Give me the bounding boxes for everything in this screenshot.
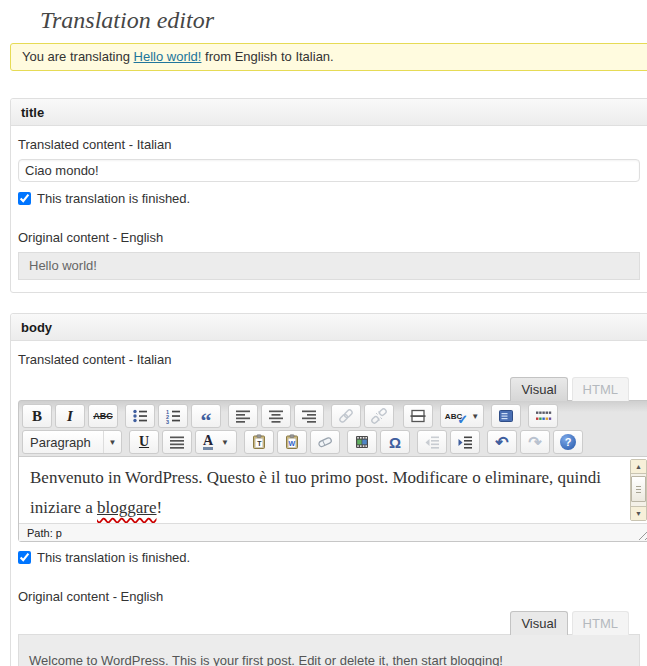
section-body-content: Translated content - Italian Visual HTML… <box>11 341 647 666</box>
body-finished-checkbox[interactable] <box>18 551 31 564</box>
more-tag-icon <box>410 408 426 424</box>
undo-button[interactable]: ↶ <box>487 430 517 454</box>
scroll-down-button[interactable]: ▼ <box>631 506 646 520</box>
scrollbar-track[interactable] <box>631 474 646 506</box>
format-select[interactable]: Paragraph ▼ <box>22 430 122 454</box>
align-center-icon <box>268 408 284 424</box>
notice-bar: You are translating Hello world! from En… <box>10 43 647 71</box>
original-tab-visual[interactable]: Visual <box>510 611 567 635</box>
help-icon: ? <box>560 434 576 450</box>
special-character-button[interactable]: Ω <box>380 430 410 454</box>
unlink-button[interactable] <box>364 404 394 428</box>
align-left-button[interactable] <box>228 404 258 428</box>
spellcheck-dropdown-icon: ▼ <box>471 412 479 421</box>
spellcheck-button[interactable]: ABC✓ ▼ <box>440 404 484 428</box>
svg-text:T: T <box>257 440 262 447</box>
editor-content[interactable]: Benvenuto in WordPress. Questo è il tuo … <box>19 456 647 523</box>
path-label: Path: p <box>27 527 62 539</box>
align-right-button[interactable] <box>294 404 324 428</box>
numbered-list-icon: 1 2 3 <box>165 408 181 424</box>
body-finished-row[interactable]: This translation is finished. <box>18 550 647 565</box>
paste-as-text-button[interactable]: T <box>244 430 274 454</box>
paste-from-word-button[interactable]: W <box>277 430 307 454</box>
align-justify-icon <box>169 434 185 450</box>
align-center-button[interactable] <box>261 404 291 428</box>
section-title-header: title <box>11 99 647 126</box>
body-original-box: Welcome to WordPress. This is your first… <box>18 634 640 666</box>
section-title: title Translated content - Italian This … <box>10 98 647 293</box>
svg-text:3: 3 <box>166 419 169 424</box>
insert-media-button[interactable] <box>347 430 377 454</box>
tinymce-editor: B I ABC 1 <box>18 400 647 542</box>
bullet-list-button[interactable] <box>125 404 155 428</box>
toolbar-row-1: B I ABC 1 <box>19 401 647 430</box>
text-color-button[interactable]: A ▼ <box>195 430 237 454</box>
paste-from-word-icon: W <box>284 434 300 450</box>
underline-icon: U <box>139 434 149 450</box>
text-color-dropdown-icon: ▼ <box>221 438 229 447</box>
title-original-box: Hello world! <box>18 252 640 280</box>
section-body-header: body <box>11 314 647 341</box>
bullet-list-icon <box>132 408 148 424</box>
bold-icon: B <box>32 408 42 425</box>
eraser-icon <box>317 434 333 450</box>
outdent-icon <box>424 434 440 450</box>
resize-handle[interactable] <box>636 527 647 540</box>
kitchen-sink-button[interactable] <box>528 404 558 428</box>
more-tag-button[interactable] <box>403 404 433 428</box>
title-finished-label: This translation is finished. <box>37 191 190 206</box>
remove-formatting-button[interactable] <box>310 430 340 454</box>
original-tab-html[interactable]: HTML <box>572 611 629 635</box>
strikethrough-icon: ABC <box>93 411 113 421</box>
title-finished-row[interactable]: This translation is finished. <box>18 191 647 206</box>
toolbar-row-2: Paragraph ▼ U A <box>19 430 647 456</box>
title-translation-input[interactable] <box>18 159 640 182</box>
format-select-value: Paragraph <box>23 435 103 450</box>
scroll-up-button[interactable]: ▲ <box>631 460 646 474</box>
blockquote-button[interactable]: “ <box>191 404 221 428</box>
tab-visual[interactable]: Visual <box>510 377 567 401</box>
body-finished-label: This translation is finished. <box>37 550 190 565</box>
editor-scrollbar[interactable]: ▲ ▼ <box>630 459 647 521</box>
indent-icon <box>457 434 473 450</box>
italic-icon: I <box>67 408 73 425</box>
blockquote-icon: “ <box>201 417 212 425</box>
align-justify-button[interactable] <box>162 430 192 454</box>
editor-text-after: ! <box>157 498 163 517</box>
post-link[interactable]: Hello world! <box>134 49 202 64</box>
section-title-body: Translated content - Italian This transl… <box>11 126 647 292</box>
section-body: body Translated content - Italian Visual… <box>10 313 647 666</box>
svg-text:W: W <box>289 440 296 447</box>
title-original-text: Hello world! <box>29 258 97 273</box>
title-finished-checkbox[interactable] <box>18 192 31 205</box>
translation-editor-page: Translation editor You are translating H… <box>0 0 647 666</box>
tab-html[interactable]: HTML <box>572 377 629 401</box>
indent-button[interactable] <box>450 430 480 454</box>
align-right-icon <box>301 408 317 424</box>
undo-icon: ↶ <box>495 433 508 452</box>
align-left-icon <box>235 408 251 424</box>
link-icon <box>338 408 354 424</box>
notice-suffix: from English to Italian. <box>201 49 333 64</box>
misspelled-word: bloggare <box>97 498 156 517</box>
redo-button[interactable]: ↷ <box>520 430 550 454</box>
format-dropdown-icon: ▼ <box>103 431 121 453</box>
scrollbar-thumb[interactable] <box>631 476 646 502</box>
italic-button[interactable]: I <box>55 404 85 428</box>
media-icon <box>354 434 370 450</box>
text-color-icon: A <box>203 434 213 450</box>
help-button[interactable]: ? <box>553 430 583 454</box>
outdent-button[interactable] <box>417 430 447 454</box>
strikethrough-button[interactable]: ABC <box>88 404 118 428</box>
bold-button[interactable]: B <box>22 404 52 428</box>
underline-button[interactable]: U <box>129 430 159 454</box>
page-title: Translation editor <box>10 0 647 43</box>
numbered-list-button[interactable]: 1 2 3 <box>158 404 188 428</box>
body-original-text: Welcome to WordPress. This is your first… <box>29 653 503 666</box>
fullscreen-icon <box>498 408 514 424</box>
fullscreen-button[interactable] <box>491 404 521 428</box>
original-content-label: Original content - English <box>18 230 647 245</box>
editor-inline-link[interactable]: bloggare <box>97 498 156 517</box>
paste-as-text-icon: T <box>251 434 267 450</box>
link-button[interactable] <box>331 404 361 428</box>
